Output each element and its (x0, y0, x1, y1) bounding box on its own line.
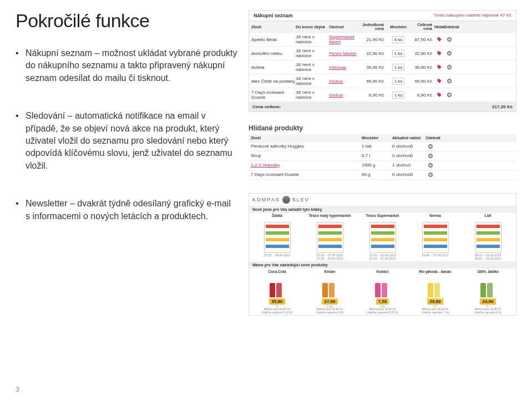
cell-qty: 1 bal. (362, 144, 392, 149)
cell-product: 7 Days croissant Double (251, 172, 362, 178)
svg-point-6 (438, 79, 438, 80)
cell-expiry: Již není v nabídce (296, 34, 329, 44)
cell-store: Interspar (329, 65, 357, 70)
watch-icon[interactable] (437, 78, 442, 84)
table-row: Alex Čistič na podlahyJiž není v nabídce… (249, 74, 516, 88)
product-item[interactable]: 100% Jablko24,901 lBěžná cena 32,90 KčUš… (462, 270, 514, 314)
qty-input[interactable]: 4 ks (392, 36, 404, 43)
watch-icon[interactable] (437, 64, 442, 70)
shopping-list-card: Nákupní seznam Tímto nákupem ušetříte ne… (249, 10, 516, 112)
total-label: Cena celkem: (252, 104, 492, 109)
watch-icon[interactable] (437, 50, 442, 56)
flyer-item[interactable]: Lidl28.03. - 31.03.201325.03. - 31.03.20… (462, 214, 514, 260)
watch-icon[interactable] (437, 37, 442, 42)
flyer-item[interactable]: Norma01.04. - 07.04.2013 (409, 214, 461, 260)
cell-expiry: Již není v nabídce (296, 62, 329, 72)
remove-icon[interactable] (447, 78, 452, 84)
shopping-list-title: Nákupní seznam (254, 13, 293, 18)
bullet-text: Newsletter – dvakrát týdně odesílaný gra… (26, 198, 237, 222)
cell-store: Penny Market (329, 51, 357, 56)
product-price: 24,90 (480, 298, 495, 305)
watched-title: Hlídané produkty (249, 124, 516, 132)
flyer-item[interactable]: Tesco malý hypermarket27.03. - 07.04.201… (304, 214, 356, 260)
table-row: Plenkové kalhotky Huggies1 bal.0 obchodů (249, 142, 516, 151)
remove-icon[interactable] (447, 92, 452, 98)
cell-offers: 0 obchodů (392, 144, 425, 149)
cell-total: 59,90 Kč (409, 79, 434, 84)
product-image (476, 277, 500, 297)
cell-product: 1-2-3 Hranolky (251, 163, 362, 168)
product-item[interactable]: Kostíci7,531 ksBěžná cena 10,90 KčUšetří… (357, 270, 408, 314)
cell-product: Activia (251, 65, 296, 70)
product-price: 29,90 (427, 298, 443, 305)
flyer-dates: 27.03. - 02.04.201327.03. - 07.04.2013 (369, 254, 396, 260)
store-link[interactable]: Penny Market (329, 51, 356, 56)
shopping-savings: Tímto nákupem ušetříte nejméně 47 Kč (434, 13, 511, 18)
logo-icon (282, 196, 290, 204)
product-item[interactable]: Kinder27,901 bal.Běžná cena 35,90 KčUšet… (304, 270, 356, 314)
qty-input[interactable]: 1 ks (392, 78, 404, 85)
product-name: Coca-Cola (268, 270, 286, 276)
qty-input[interactable]: 1 ks (392, 92, 404, 99)
col-total: Celková cena (409, 23, 434, 31)
product-price: 27,90 (322, 298, 337, 305)
svg-point-8 (438, 93, 438, 94)
flyer-thumbnail (264, 222, 291, 253)
newsletter-bar-flyers: Nově jsme pro Vás zařadili tyto letáky (249, 206, 516, 213)
remove-icon[interactable] (447, 50, 452, 56)
cell-offers: 1 obchod (392, 163, 425, 168)
remove-icon[interactable] (428, 172, 433, 178)
store-link[interactable]: Interspar (329, 65, 347, 70)
product-meta: 1 ksBěžná cena 10,90 KčUšetříte nejméně … (367, 305, 398, 314)
bullet-text: Sledování – automatická notifikace na em… (26, 110, 237, 172)
cell-qty: 1 ks (387, 50, 409, 57)
qty-input[interactable]: 1 ks (392, 50, 404, 57)
cell-total: 6,90 Kč (409, 93, 434, 98)
store-link[interactable]: Globus (329, 79, 343, 84)
cell-unit-price: 6,90 Kč (357, 93, 387, 98)
total-value: 217,20 Kč (492, 104, 513, 109)
col-unit-price: Jednotková cena (357, 23, 387, 31)
qty-input[interactable]: 1 ks (392, 64, 404, 71)
watch-icon[interactable] (437, 92, 442, 98)
col-product: Zboží (251, 136, 362, 140)
product-item[interactable]: Rio jahoda - banán29,901 lBěžná cena 36,… (409, 270, 461, 314)
product-price: 55,80 (269, 298, 285, 305)
flyer-item[interactable]: Žabka27.03. - 09.04.2013 (251, 214, 303, 260)
store-link[interactable]: Globus (329, 93, 343, 98)
cell-qty: 4 ks (387, 36, 409, 43)
newsletter-logo: KOMPAS SLEV (249, 194, 516, 206)
remove-icon[interactable] (428, 163, 433, 168)
table-row: Apetito BédaJiž není v nabídceSupermarke… (249, 33, 516, 47)
svg-point-0 (438, 38, 438, 38)
bullet-shopping: • Nákupní seznam – možnost ukládat vybra… (16, 47, 237, 84)
bullet-text: Nákupní seznam – možnost ukládat vybrané… (26, 47, 237, 84)
bullet-watch: • Sledování – automatická notifikace na … (16, 110, 237, 172)
table-row: Sirup0,7 l0 obchodů (249, 151, 516, 161)
watched-products-card: Hlídané produkty Zboží Množství Aktuálně… (249, 124, 516, 180)
store-link[interactable]: Supermarket Albert (329, 34, 354, 44)
table-row: ActiviaJiž není v nabídceInterspar39,90 … (249, 60, 516, 74)
cell-product: Plenkové kalhotky Huggies (251, 144, 362, 149)
flyer-thumbnail (422, 222, 449, 253)
cell-qty: 1 ks (387, 92, 409, 99)
remove-icon[interactable] (428, 153, 433, 159)
remove-icon[interactable] (447, 64, 452, 70)
col-watch: Hlídat (434, 25, 444, 29)
remove-icon[interactable] (428, 144, 433, 149)
product-item[interactable]: Coca-Cola55,802 lBěžná cena 64,90 KčUšet… (251, 270, 303, 314)
flyer-dates: 27.03. - 07.04.201327.03. - 02.04.2013 (317, 254, 343, 260)
table-row: 7 Days croissant Double60 g0 obchodů (249, 170, 516, 180)
product-link[interactable]: 1-2-3 Hranolky (251, 163, 280, 168)
bullet-newsletter: • Newsletter – dvakrát týdně odesílaný g… (16, 198, 237, 222)
flyer-dates: 28.03. - 31.03.201325.03. - 31.03.2013 (475, 254, 501, 260)
flyer-name: Žabka (272, 214, 282, 222)
col-remove: Odebrat (444, 25, 454, 29)
flyer-item[interactable]: Tesco Supermarket27.03. - 02.04.201327.0… (357, 214, 408, 260)
product-image (423, 277, 448, 297)
product-meta: 1 lBěžná cena 36,90 KčUšetříte nejméně 7… (422, 305, 449, 314)
flyer-thumbnail (475, 222, 501, 253)
cell-product: Apetito Béda (251, 37, 296, 42)
remove-icon[interactable] (447, 37, 452, 42)
flyer-name: Tesco Supermarket (366, 214, 399, 222)
